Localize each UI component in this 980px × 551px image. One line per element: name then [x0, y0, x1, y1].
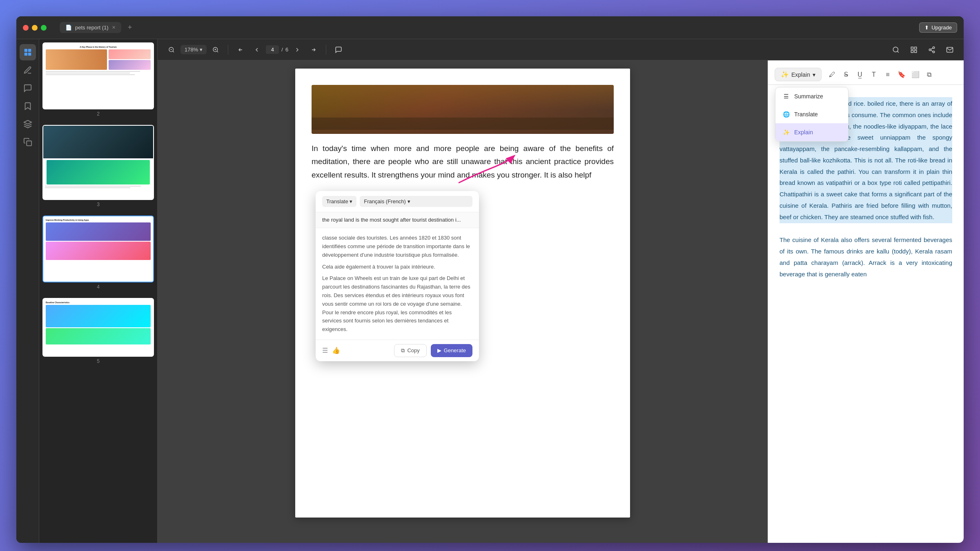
explain-arrow-icon: ▾ — [813, 71, 815, 78]
toolbar-divider-1 — [228, 45, 228, 55]
thumbnail-panel: A Key Phase in the History of Tourism — [39, 39, 158, 543]
svg-line-25 — [931, 48, 933, 49]
generate-button[interactable]: ▶ Generate — [431, 344, 472, 357]
svg-rect-5 — [27, 141, 31, 146]
underline-icon[interactable]: U̲ — [853, 68, 866, 81]
current-tab[interactable]: 📄 pets report (1) ✕ — [60, 22, 121, 33]
thumbnail-page-5[interactable]: Baseline Characteristics 5 — [42, 298, 154, 366]
translate-list-icon[interactable]: ☰ — [322, 347, 328, 354]
copy-action-icon[interactable]: ⧉ — [923, 68, 936, 81]
align-icon[interactable]: ≡ — [881, 68, 894, 81]
main-layout: A Key Phase in the History of Tourism — [16, 39, 964, 543]
sidebar-icon-bookmark[interactable] — [20, 98, 36, 114]
sidebar-icon-copy[interactable] — [20, 134, 36, 150]
maximize-button[interactable] — [41, 25, 47, 31]
copy-button[interactable]: ⧉ Copy — [394, 344, 426, 357]
zoom-chevron-icon: ▾ — [200, 47, 203, 53]
sidebar-icon-comment[interactable] — [20, 80, 36, 96]
dropdown-item-explain[interactable]: ✨ Explain — [775, 123, 848, 141]
svg-line-24 — [931, 50, 933, 51]
translate-input-text: the royal land is the most sought after … — [322, 216, 472, 224]
translate-header: Translate ▾ Français (French) ▾ — [316, 191, 479, 212]
sidebar-icon-layers[interactable] — [20, 116, 36, 132]
thumb5-label: Baseline Characteristics — [46, 301, 151, 304]
page-total: 6 — [285, 47, 288, 53]
tab-label: pets report (1) — [75, 24, 109, 31]
translate-mode-select[interactable]: Translate ▾ — [322, 196, 356, 207]
minimize-button[interactable] — [32, 25, 38, 31]
translate-thumb-icon[interactable]: 👍 — [332, 347, 340, 354]
svg-rect-1 — [28, 49, 31, 52]
text-icon[interactable]: T — [867, 68, 880, 81]
explain-menu-icon: ✨ — [782, 128, 790, 136]
right-page-area[interactable]: ✨ Explain ▾ ☰ Summarize 🌐 — [768, 60, 964, 543]
thumbnail-page-3[interactable]: 3 — [42, 125, 154, 209]
mail-toolbar-button[interactable] — [942, 42, 957, 57]
sidebar-icon-pages[interactable] — [20, 44, 36, 60]
sidebar-icon-pen[interactable] — [20, 62, 36, 78]
page-last-button[interactable] — [306, 42, 321, 57]
page-prev-button[interactable] — [249, 42, 264, 57]
tab-bar: 📄 pets report (1) ✕ + — [60, 22, 914, 33]
dropdown-item-translate[interactable]: 🌐 Translate — [775, 105, 848, 123]
translate-footer: ☰ 👍 ⧉ Copy ▶ — [316, 340, 479, 361]
svg-point-15 — [893, 47, 898, 52]
content-area: 178% ▾ / — [158, 39, 964, 543]
app-window: 📄 pets report (1) ✕ + ⬆ Upgrade — [16, 16, 964, 543]
svg-line-10 — [217, 51, 218, 52]
page-first-button[interactable] — [233, 42, 248, 57]
page-current-input[interactable] — [266, 45, 279, 54]
thumbnail-page-2[interactable]: A Key Phase in the History of Tourism — [42, 42, 154, 118]
thumb4-title: Improve Working Productivity in Using Ap… — [46, 219, 151, 221]
search-toolbar-button[interactable] — [889, 42, 903, 57]
svg-rect-20 — [915, 50, 917, 52]
titlebar: 📄 pets report (1) ✕ + ⬆ Upgrade — [16, 16, 964, 39]
translate-output-p2: Cela aide également à trouver la paix in… — [322, 263, 472, 271]
strikethrough-icon[interactable]: S̶ — [840, 68, 853, 81]
page-next-button[interactable] — [290, 42, 305, 57]
lang-chevron-icon: ▾ — [408, 198, 410, 204]
upgrade-button[interactable]: ⬆ Upgrade — [919, 22, 957, 33]
page-5-number: 5 — [42, 357, 154, 366]
summarize-icon: ☰ — [782, 92, 790, 100]
zoom-display[interactable]: 178% ▾ — [180, 45, 207, 54]
explain-button[interactable]: ✨ Explain ▾ ☰ Summarize 🌐 — [775, 68, 822, 81]
summarize-label: Summarize — [794, 93, 823, 100]
svg-line-16 — [897, 51, 898, 52]
explain-label: Explain — [791, 71, 810, 78]
toolbar: 178% ▾ / — [158, 39, 964, 60]
page-4-number: 4 — [42, 282, 154, 291]
tab-close-icon[interactable]: ✕ — [112, 25, 116, 30]
share-toolbar-button[interactable] — [924, 42, 939, 57]
translate-footer-buttons: ⧉ Copy ▶ Generate — [394, 344, 472, 357]
left-page-area[interactable]: In today's time when more and more peopl… — [158, 60, 768, 543]
svg-point-23 — [933, 51, 935, 53]
thumbnail-page-4[interactable]: Improve Working Productivity in Using Ap… — [42, 216, 154, 291]
add-tab-button[interactable]: + — [125, 22, 136, 33]
page-nav: / 6 — [266, 45, 288, 54]
grid-toolbar-button[interactable] — [906, 42, 921, 57]
stamp-icon[interactable]: ⬜ — [909, 68, 922, 81]
highlight-icon[interactable]: 🖊 — [826, 68, 839, 81]
translate-icon: 🌐 — [782, 110, 790, 118]
zoom-value: 178% — [185, 47, 198, 53]
comment-toolbar-button[interactable] — [331, 42, 346, 57]
generate-label: Generate — [444, 347, 466, 353]
zoom-out-button[interactable] — [164, 42, 179, 57]
generate-icon: ▶ — [437, 347, 441, 353]
explain-sparkle-icon: ✨ — [781, 71, 789, 78]
svg-rect-19 — [911, 50, 913, 52]
zoom-in-button[interactable] — [208, 42, 223, 57]
svg-point-21 — [933, 47, 935, 49]
bookmark-action-icon[interactable]: 🔖 — [895, 68, 908, 81]
translate-language-select[interactable]: Français (French) ▾ — [360, 196, 472, 207]
dropdown-item-summarize[interactable]: ☰ Summarize — [775, 87, 848, 105]
svg-rect-0 — [24, 49, 27, 52]
explain-toolbar: ✨ Explain ▾ ☰ Summarize 🌐 — [768, 64, 964, 85]
svg-point-22 — [929, 49, 931, 51]
explain-menu-label: Explain — [794, 129, 813, 136]
translate-dropdown-icon: ▾ — [350, 198, 352, 204]
svg-rect-2 — [24, 53, 27, 56]
close-button[interactable] — [23, 25, 29, 31]
page-sep: / — [281, 47, 283, 53]
